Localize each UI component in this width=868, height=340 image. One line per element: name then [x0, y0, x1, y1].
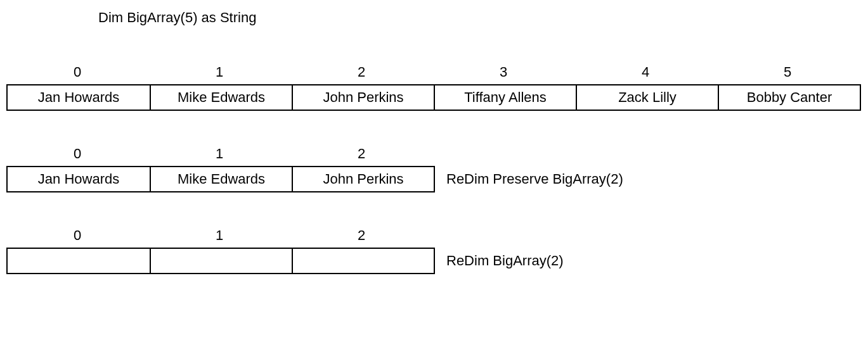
big-array-section: 0 1 2 3 4 5 Jan Howards Mike Edwards Joh…	[6, 64, 862, 111]
array-cell: Tiffany Allens	[434, 85, 576, 110]
array-index: 2	[290, 64, 432, 84]
array-index: 0	[6, 64, 148, 84]
redim-array-section: 0 1 2 ReDim BigArray(2)	[6, 227, 862, 274]
array-index: 1	[148, 64, 290, 84]
preserve-array-section: 0 1 2 Jan Howards Mike Edwards John Perk…	[6, 146, 862, 192]
array-cell: Bobby Canter	[718, 85, 860, 110]
array-index: 5	[716, 64, 858, 84]
array-cell: Mike Edwards	[150, 167, 292, 191]
big-array-cells: Jan Howards Mike Edwards John Perkins Ti…	[6, 84, 861, 111]
array-cell: Zack Lilly	[576, 85, 718, 110]
array-cell: Mike Edwards	[150, 85, 292, 110]
array-cell	[150, 249, 292, 273]
array-index: 0	[6, 227, 148, 248]
array-cell: Jan Howards	[8, 85, 150, 110]
array-index: 2	[290, 146, 432, 166]
array-index: 2	[290, 227, 432, 248]
array-index: 4	[574, 64, 716, 84]
array-cell: John Perkins	[292, 85, 434, 110]
array-index: 0	[6, 146, 148, 166]
preserve-array-indices: 0 1 2	[6, 146, 862, 166]
array-index: 3	[432, 64, 574, 84]
redim-preserve-caption: ReDim Preserve BigArray(2)	[435, 171, 623, 187]
redim-array-indices: 0 1 2	[6, 227, 862, 248]
array-cell	[8, 249, 150, 273]
dim-declaration: Dim BigArray(5) as String	[98, 9, 862, 26]
array-cell: Jan Howards	[8, 167, 150, 191]
array-cell	[292, 249, 434, 273]
redim-caption: ReDim BigArray(2)	[435, 253, 564, 269]
big-array-indices: 0 1 2 3 4 5	[6, 64, 862, 84]
array-cell: John Perkins	[292, 167, 434, 191]
array-index: 1	[148, 146, 290, 166]
array-index: 1	[148, 227, 290, 248]
redim-array-cells	[6, 248, 435, 274]
preserve-array-cells: Jan Howards Mike Edwards John Perkins	[6, 166, 435, 192]
